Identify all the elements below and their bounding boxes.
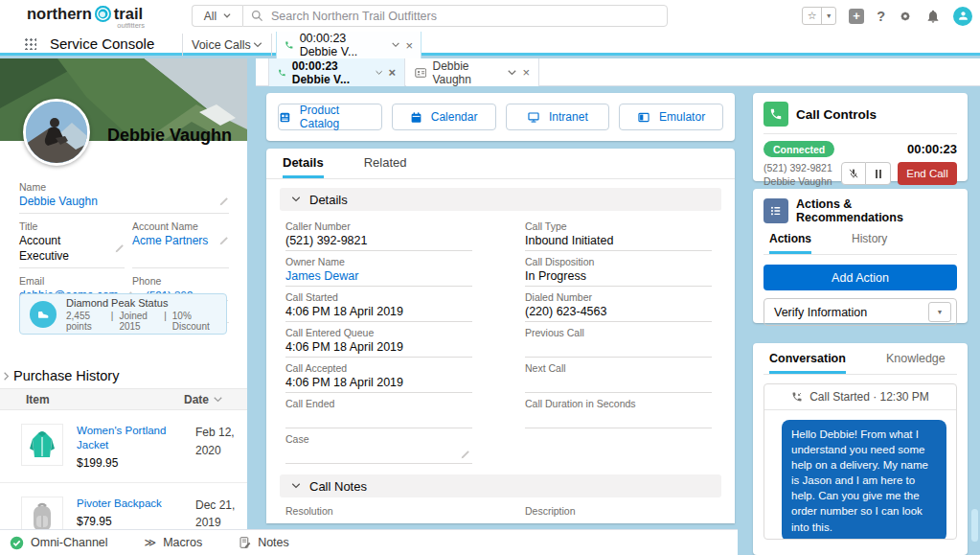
chevron-right-icon[interactable] — [2, 372, 11, 381]
close-icon[interactable]: × — [405, 39, 413, 52]
scrollbar-thumb[interactable] — [971, 509, 978, 542]
macros-utility[interactable]: ≫ Macros — [145, 536, 203, 549]
close-icon[interactable]: × — [522, 66, 530, 79]
quick-create-button[interactable]: + — [849, 9, 864, 24]
field-name-value[interactable]: Debbie Vaughn — [19, 194, 98, 209]
plus-icon: + — [853, 10, 860, 22]
chevron-down-icon[interactable] — [253, 42, 262, 48]
notes-icon — [239, 536, 251, 549]
action-item-label: Verify Information — [774, 306, 867, 319]
edit-pencil-icon[interactable] — [114, 243, 125, 254]
edit-pencil-icon[interactable] — [460, 522, 470, 523]
contact-avatar-photo — [26, 102, 87, 163]
field-previous-call: Previous Call — [525, 327, 712, 358]
edit-pencil-icon[interactable] — [218, 197, 229, 207]
contact-sidebar: Debbie Vaughn Name Debbie Vaughn Title A… — [0, 58, 247, 529]
tab-details[interactable]: Details — [283, 149, 324, 178]
column-item[interactable]: Item — [0, 393, 50, 406]
call-status-badge: Connected — [763, 141, 834, 157]
nav-tab-voice-calls[interactable]: Voice Calls — [182, 34, 272, 56]
chat-message-bubble: Hello Debbie! From what I understand you… — [782, 420, 946, 540]
purchase-date: Feb 12, 2020 — [195, 424, 241, 470]
tab-actions[interactable]: Actions — [769, 232, 811, 254]
call-phone-icon — [763, 102, 788, 127]
section-details[interactable]: Details — [280, 188, 721, 211]
search-input[interactable] — [271, 10, 667, 23]
search-scope-select[interactable]: All — [192, 5, 242, 27]
caller-number: (521) 392-9821 — [763, 162, 832, 175]
calendar-button[interactable]: Calendar — [392, 104, 496, 130]
subtab-voice-call[interactable]: 00:00:23 Debbie V... × — [268, 58, 405, 86]
field-row-title-account: Title Account Executive Account Name Acm… — [19, 220, 229, 275]
subtab-contact[interactable]: Debbie Vaughn × — [406, 58, 539, 86]
chevron-down-icon[interactable] — [508, 70, 516, 76]
monitor-icon — [527, 111, 540, 124]
emulator-button[interactable]: Emulator — [619, 104, 723, 130]
gear-icon[interactable] — [898, 9, 913, 24]
catalog-icon — [279, 111, 291, 124]
chevron-down-icon[interactable] — [376, 70, 382, 76]
emulator-icon — [637, 111, 650, 124]
hiking-boot-icon — [30, 301, 57, 328]
app-name: Service Console — [50, 32, 154, 56]
loyalty-status-card: Diamond Peak Status 2,455 points | Joine… — [19, 293, 227, 335]
field-caller-number: Caller Number(521) 392-9821 — [285, 220, 472, 251]
nav-tab-voice-calls-label: Voice Calls — [192, 38, 251, 52]
column-date[interactable]: Date — [184, 393, 247, 406]
notes-utility[interactable]: Notes — [239, 536, 289, 549]
tab-related[interactable]: Related — [364, 149, 407, 178]
call-controls-panel: Call Controls Connected 00:00:23 (521) 3… — [753, 93, 968, 181]
contact-avatar — [23, 99, 90, 166]
end-call-button[interactable]: End Call — [898, 162, 957, 185]
edit-pencil-icon[interactable] — [218, 236, 229, 246]
edit-pencil-icon[interactable] — [699, 522, 710, 523]
loyalty-status-text: Diamond Peak Status 2,455 points | Joine… — [66, 297, 217, 332]
section-call-notes[interactable]: Call Notes — [280, 474, 721, 497]
tab-conversation[interactable]: Conversation — [769, 352, 846, 374]
omni-channel-label: Omni-Channel — [31, 536, 108, 549]
intranet-button[interactable]: Intranet — [506, 104, 610, 130]
call-timer: 00:00:23 — [907, 142, 957, 156]
close-icon[interactable]: × — [388, 66, 396, 79]
star-icon[interactable]: ☆ — [803, 8, 821, 24]
field-call-type: Call TypeInbound Initiated — [525, 220, 712, 251]
nav-tab-active-call[interactable]: 00:00:23 Debbie V... × — [276, 31, 422, 58]
search-scope-value: All — [204, 10, 217, 23]
product-thumbnail — [21, 424, 63, 466]
chevron-down-icon[interactable] — [392, 42, 399, 48]
mute-button[interactable] — [841, 162, 866, 185]
tab-knowledge[interactable]: Knowledge — [886, 352, 946, 374]
phone-incoming-icon — [791, 391, 803, 403]
product-link[interactable]: Pivoter Backpack — [77, 497, 194, 511]
purchase-history-table: Item Date Women's Portland Jacket — [0, 388, 247, 529]
loyalty-discount: 10% Discount — [172, 311, 217, 332]
user-avatar[interactable] — [953, 7, 972, 26]
favorites-dropdown-icon[interactable]: ▼ — [821, 8, 835, 24]
bell-icon[interactable] — [925, 9, 941, 24]
header-utility-icons: ☆ ▼ + ? — [802, 0, 972, 32]
app-launcher-icon[interactable] — [24, 37, 36, 50]
column-date-label: Date — [184, 393, 209, 406]
action-item-verify-information[interactable]: Verify Information ▼ — [763, 298, 957, 326]
tab-history[interactable]: History — [852, 232, 887, 254]
product-catalog-button[interactable]: Product Catalog — [278, 104, 382, 130]
omni-channel-utility[interactable]: Omni-Channel — [10, 536, 108, 550]
nto-logo: northern trail outfitters — [27, 5, 143, 23]
field-account-value[interactable]: Acme Partners — [132, 233, 208, 248]
dropdown-icon: ▼ — [937, 309, 944, 315]
pause-button[interactable] — [866, 162, 891, 185]
logo-tagline: outfitters — [117, 21, 145, 30]
action-dropdown-button[interactable]: ▼ — [928, 302, 951, 322]
global-header: northern trail outfitters All ☆ ▼ + ? — [0, 0, 980, 32]
loyalty-status-title: Diamond Peak Status — [66, 297, 217, 309]
transcript-card: Call Started · 12:30 PM Hello Debbie! Fr… — [763, 383, 957, 540]
logo-word-1: northern — [27, 5, 92, 23]
caller-name: Debbie Vaughn — [763, 175, 832, 189]
add-action-button[interactable]: Add Action — [763, 265, 957, 290]
product-link[interactable]: Women's Portland Jacket — [77, 424, 194, 452]
field-call-accepted: Call Accepted4:06 PM 18 April 2019 — [285, 362, 472, 393]
help-button[interactable]: ? — [877, 9, 885, 24]
favorites-button[interactable]: ☆ ▼ — [802, 7, 836, 25]
edit-pencil-icon[interactable] — [460, 450, 470, 460]
product-catalog-label: Product Catalog — [300, 104, 381, 130]
